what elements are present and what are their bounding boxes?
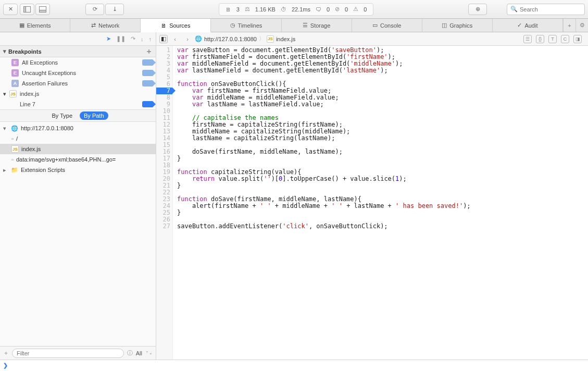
tree-host[interactable]: ▾🌐http://127.0.0.1:8080 [0,123,156,133]
bp-toggle[interactable] [142,80,153,86]
js-icon: JS [11,145,19,153]
toggle-details-button[interactable]: ◨ [573,35,582,43]
breadcrumb-file: index.js [276,36,295,42]
nav-forward-button[interactable]: › [182,36,193,42]
log-count: 0 [327,6,330,13]
bp-assertion-failures[interactable]: AAssertion Failures [0,78,156,89]
step-into-icon[interactable]: ↓ [141,36,144,42]
resource-grouping: By Type By Path [0,109,156,122]
tab-graphics[interactable]: ◫Graphics [422,19,493,32]
panel-tabs: ▦Elements ⇄Network 🗎Sources ◷Timelines ☰… [0,19,588,32]
elements-icon: ▦ [19,22,24,29]
dock-bottom-button[interactable] [35,4,50,15]
inspect-button[interactable]: ⊕ [468,4,487,15]
bp-uncaught-exceptions[interactable]: EUncaught Exceptions [0,68,156,78]
by-type-toggle[interactable]: By Type [47,112,77,120]
settings-button[interactable]: ⚙ [576,19,588,32]
bp-toggle[interactable] [142,70,153,76]
resource-count: 3 [236,6,240,13]
disclosure-icon: ▾ [3,91,6,97]
status-info: 🗎3 ⚖1.16 KB ⏱22.1ms 🗨0 ⊘0 ⚠0 [219,3,374,16]
info-icon[interactable]: ⓘ [127,349,133,357]
disclosure-icon: ▸ [3,167,8,174]
add-breakpoint-button[interactable]: ＋ [145,47,153,56]
weight-icon: ⚖ [245,6,250,13]
exception-icon: E [11,59,19,66]
code-editor[interactable]: 1234567891011121314151617181920212223242… [156,46,588,360]
disclosure-icon: ▾ [3,48,6,55]
code-content[interactable]: var saveButton = document.getElementById… [173,46,588,360]
pretty-print-button[interactable]: ☰ [523,35,532,43]
search-field[interactable]: 🔍 [507,4,585,15]
toggle-navigator-button[interactable]: ◧ [159,35,168,43]
sidebar-filter: ＋ ⓘ All ⌃⌄ [0,346,156,360]
tree-item-root[interactable]: ▫/ [0,133,156,144]
by-path-toggle[interactable]: By Path [80,112,108,120]
bp-line-7[interactable]: Line 7 [0,99,156,109]
filter-input[interactable] [12,349,124,358]
braces-button[interactable]: {} [536,35,544,43]
sources-icon: 🗎 [161,22,167,29]
add-tab-button[interactable]: + [563,19,576,32]
clock-icon: ⏱ [281,6,286,13]
bp-toggle[interactable] [142,59,153,66]
filter-all[interactable]: All [136,350,142,356]
bp-all-exceptions[interactable]: EAll Exceptions [0,57,156,68]
resume-icon[interactable]: ➤ [106,35,111,42]
tab-sources[interactable]: 🗎Sources [141,19,211,32]
folder-icon: 📁 [11,167,18,174]
js-icon: JS [267,35,274,43]
warning-icon: ⚠ [353,6,358,13]
log-icon: 🗨 [316,6,321,13]
reload-button[interactable]: ⟳ [85,4,104,15]
tab-elements[interactable]: ▦Elements [0,19,70,32]
sources-toolbar: ➤ ❚❚ ↷ ↓ ↑ ◧ ‹ › 🌐 http://127.0.0.1:8080… [0,32,588,46]
coverage-button[interactable]: C [561,35,569,43]
network-icon: ⇄ [91,22,96,29]
tab-network[interactable]: ⇄Network [70,19,141,32]
type-profile-button[interactable]: T [548,35,557,43]
search-icon: 🔍 [510,6,518,13]
document-icon: 🗎 [226,6,231,13]
chevron-icon: ⌃⌄ [145,351,153,355]
image-icon: ▫ [11,156,14,163]
doc-icon: ▫ [11,135,14,142]
tree-folder-extensions[interactable]: ▸📁Extension Scripts [0,165,156,175]
pause-icon[interactable]: ❚❚ [116,35,126,42]
globe-icon: 🌐 [195,35,202,42]
tab-console[interactable]: ▭Console [352,19,422,32]
prompt-icon: ❯ [3,362,8,369]
download-button[interactable]: ⤓ [105,4,124,15]
resource-tree: ▾🌐http://127.0.0.1:8080 ▫/ JSindex.js ▫d… [0,122,156,346]
line-gutter[interactable]: 1234567891011121314151617181920212223242… [156,46,173,360]
audit-icon: ✓ [517,22,522,29]
load-time: 22.1ms [292,6,310,13]
bp-toggle[interactable] [142,101,153,107]
js-icon: JS [9,90,17,97]
close-button[interactable]: ✕ [3,4,18,15]
storage-icon: ☰ [303,22,308,29]
nav-back-button[interactable]: ‹ [170,36,180,42]
step-out-icon[interactable]: ↑ [149,36,152,42]
breakpoints-list: EAll Exceptions EUncaught Exceptions AAs… [0,57,156,109]
breakpoints-header[interactable]: ▾ Breakpoints ＋ [0,46,156,57]
add-resource-button[interactable]: ＋ [3,349,9,357]
console-icon: ▭ [372,22,378,29]
tree-item-dataimg[interactable]: ▫data:image/svg+xml;base64,PHN...go= [0,154,156,165]
breadcrumb[interactable]: 🌐 http://127.0.0.1:8080 〉 JS index.js [195,35,295,43]
step-over-icon[interactable]: ↷ [131,35,135,42]
tab-audit[interactable]: ✓Audit [493,19,563,32]
timelines-icon: ◷ [230,22,235,29]
breadcrumb-separator: 〉 [259,35,265,43]
bp-file-group[interactable]: ▾JSindex.js [0,89,156,99]
disclosure-icon: ▾ [3,125,8,132]
svg-rect-3 [40,10,46,12]
tree-item-indexjs[interactable]: JSindex.js [0,144,156,154]
console-prompt[interactable]: ❯ [0,360,588,371]
search-input[interactable] [520,6,581,13]
tab-storage[interactable]: ☰Storage [282,19,352,32]
globe-icon: 🌐 [11,125,18,132]
tab-timelines[interactable]: ◷Timelines [211,19,281,32]
dock-side-button[interactable] [20,4,34,15]
breadcrumb-host: http://127.0.0.1:8080 [204,36,257,42]
